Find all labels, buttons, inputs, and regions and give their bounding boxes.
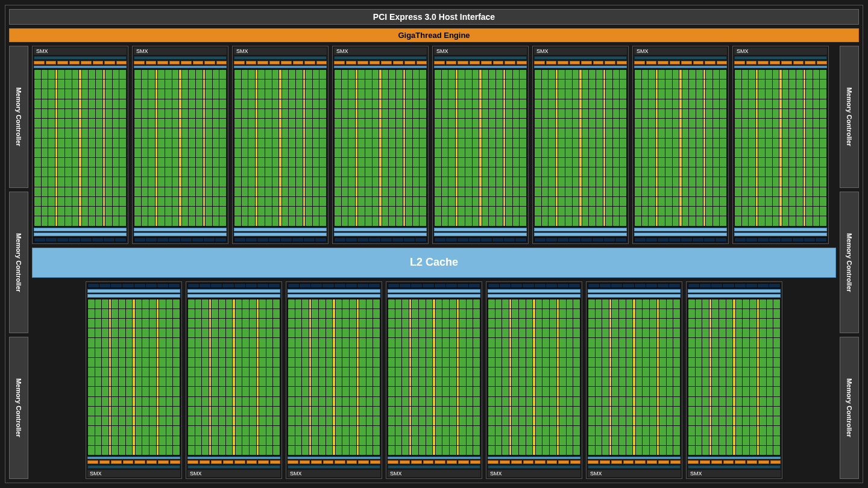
cuda-core — [426, 299, 433, 308]
sfu-unit — [533, 348, 535, 357]
cuda-core — [219, 377, 225, 386]
cuda-core — [565, 167, 572, 177]
sfu-unit — [509, 348, 512, 357]
cuda-core — [436, 348, 442, 357]
cuda-core — [542, 377, 549, 386]
cuda-core — [226, 348, 233, 357]
cuda-core — [589, 139, 596, 148]
sfu-unit — [156, 119, 158, 128]
cuda-core — [96, 167, 102, 177]
cuda-core — [473, 70, 479, 79]
warp-scheduler — [734, 56, 827, 60]
cuda-core — [512, 387, 518, 396]
sfu-unit — [356, 207, 358, 216]
cuda-core — [273, 319, 280, 328]
cuda-core — [396, 148, 403, 157]
cuda-core — [489, 158, 495, 167]
cuda-core — [688, 299, 695, 308]
cuda-core — [636, 416, 643, 425]
cuda-core — [750, 397, 756, 406]
cuda-core — [589, 167, 596, 177]
sfu-unit — [357, 426, 359, 435]
cuda-core — [82, 158, 89, 167]
cuda-core — [465, 119, 472, 128]
cuda-core — [196, 148, 203, 157]
cuda-core — [658, 128, 665, 137]
cuda-core — [142, 207, 148, 216]
cuda-core — [402, 436, 409, 445]
cuda-core — [643, 397, 649, 406]
cuda-core — [149, 309, 156, 318]
cuda-core — [213, 148, 219, 157]
cuda-core — [350, 358, 356, 367]
smx-unit: SMX — [432, 46, 529, 244]
cuda-core — [735, 109, 741, 118]
cuda-core — [382, 197, 389, 206]
cuda-core — [473, 377, 480, 386]
sfu-unit — [709, 436, 712, 445]
cuda-core — [473, 416, 480, 425]
cuda-core — [806, 197, 813, 206]
sfu-unit — [433, 328, 435, 337]
sfu-unit — [457, 446, 459, 455]
texture-unit — [515, 238, 526, 242]
cuda-core — [458, 158, 465, 167]
cuda-core — [212, 338, 218, 347]
sfu-unit — [256, 177, 258, 186]
main-content: Memory ControllerMemory ControllerMemory… — [9, 46, 859, 479]
cuda-core — [420, 167, 426, 177]
cuda-core — [420, 128, 426, 137]
cuda-core — [259, 338, 266, 347]
cuda-core — [388, 407, 395, 416]
cuda-core — [236, 436, 242, 445]
sfu-unit — [479, 128, 482, 137]
dispatch-unit — [46, 61, 57, 64]
cuda-core — [573, 109, 579, 118]
cuda-core — [326, 368, 333, 377]
cuda-core — [706, 89, 712, 98]
cuda-core — [82, 167, 89, 177]
cuda-core — [134, 216, 141, 225]
sfu-unit — [557, 446, 559, 455]
cache-bar — [688, 289, 781, 293]
cuda-core — [65, 139, 72, 148]
cuda-core — [136, 299, 142, 308]
sfu-unit — [403, 99, 406, 108]
cuda-core — [219, 299, 225, 308]
cuda-core — [448, 216, 455, 225]
cuda-core — [482, 89, 489, 98]
register-file — [534, 66, 627, 68]
cuda-core — [112, 299, 118, 308]
cuda-core — [658, 148, 665, 157]
cuda-core — [119, 338, 125, 347]
cuda-core — [635, 187, 641, 196]
cuda-core — [689, 197, 696, 206]
cuda-core — [265, 207, 272, 216]
cuda-core — [158, 99, 165, 108]
cuda-core — [473, 446, 480, 455]
texture-unit — [88, 284, 99, 287]
cuda-core — [402, 416, 409, 425]
cuda-core — [88, 416, 95, 425]
cuda-core — [296, 197, 303, 206]
sfu-unit — [703, 197, 706, 206]
sfu-unit — [409, 446, 412, 455]
sfu-unit — [656, 207, 658, 216]
memory-controller-label: Memory Controller — [15, 87, 22, 146]
cuda-core — [502, 426, 509, 435]
cuda-core — [719, 319, 726, 328]
sfu-unit — [757, 299, 760, 308]
cuda-core — [350, 416, 356, 425]
sfu-unit — [55, 139, 58, 148]
cuda-core — [750, 436, 756, 445]
sfu-unit — [233, 387, 235, 396]
cuda-core — [420, 197, 426, 206]
cuda-core — [442, 309, 449, 318]
cuda-core — [126, 299, 133, 308]
smx-label: SMX — [334, 48, 427, 55]
cuda-core — [465, 167, 472, 177]
cuda-core — [242, 426, 249, 435]
cuda-core — [519, 416, 526, 425]
cuda-core — [726, 309, 733, 318]
cuda-core — [182, 177, 189, 186]
